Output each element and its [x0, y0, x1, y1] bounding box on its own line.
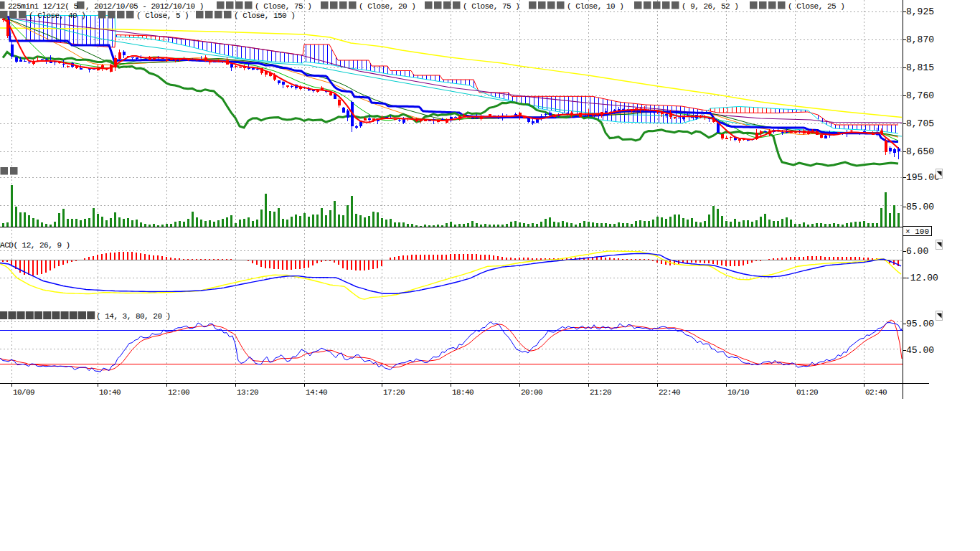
svg-text:10/09: 10/09 [13, 388, 34, 397]
svg-text:10/10: 10/10 [727, 388, 749, 397]
svg-text:( Close, 25 ): ( Close, 25 ) [788, 2, 844, 11]
svg-text:( Close, 20 ): ( Close, 20 ) [359, 2, 415, 11]
svg-text:8,650: 8,650 [906, 146, 934, 157]
svg-text:45.00: 45.00 [906, 345, 934, 356]
svg-text:8,705: 8,705 [906, 118, 934, 129]
svg-text:8,760: 8,760 [906, 90, 934, 101]
svg-text:14:40: 14:40 [306, 388, 327, 397]
svg-text:85.00: 85.00 [906, 202, 934, 212]
svg-text:17:20: 17:20 [383, 388, 405, 397]
svg-text:01:20: 01:20 [796, 388, 818, 397]
svg-text:8,925: 8,925 [906, 6, 934, 17]
svg-text:× 100: × 100 [905, 227, 929, 236]
svg-text:-12.00: -12.00 [905, 273, 938, 283]
svg-text:18:40: 18:40 [452, 388, 473, 397]
svg-text:8,815: 8,815 [906, 62, 934, 73]
svg-text:02:40: 02:40 [865, 388, 887, 397]
svg-text:, 2012/10/05 - 2012/10/10 ): , 2012/10/05 - 2012/10/10 ) [85, 2, 204, 11]
svg-text:( Close, 75 ): ( Close, 75 ) [463, 2, 519, 11]
svg-text:( Close, 5 ): ( Close, 5 ) [136, 11, 189, 20]
svg-text:12:00: 12:00 [168, 388, 189, 397]
svg-text:( 9, 26, 52 ): ( 9, 26, 52 ) [682, 2, 738, 11]
svg-text:225mini 12/12( 5: 225mini 12/12( 5 [8, 2, 78, 11]
svg-text:6.00: 6.00 [906, 246, 928, 257]
svg-text:MACD( 12, 26, 9 ): MACD( 12, 26, 9 ) [0, 241, 70, 250]
svg-text:21:20: 21:20 [590, 388, 611, 397]
svg-text:( Close, 150 ): ( Close, 150 ) [234, 11, 295, 20]
svg-text:( Close, 10 ): ( Close, 10 ) [567, 2, 623, 11]
svg-text:8,870: 8,870 [906, 34, 934, 45]
svg-text:( Close, 75 ): ( Close, 75 ) [255, 2, 311, 11]
svg-text:20:00: 20:00 [521, 388, 542, 397]
svg-text:195.00: 195.00 [906, 172, 940, 183]
svg-text:13:20: 13:20 [237, 388, 258, 397]
svg-text:10:40: 10:40 [99, 388, 121, 397]
svg-text:22:40: 22:40 [659, 388, 680, 397]
svg-text:( 14, 3, 80, 20 ): ( 14, 3, 80, 20 ) [96, 312, 171, 321]
svg-text:95.00: 95.00 [906, 319, 934, 329]
svg-text:( Close, 40 ): ( Close, 40 ) [29, 11, 85, 20]
